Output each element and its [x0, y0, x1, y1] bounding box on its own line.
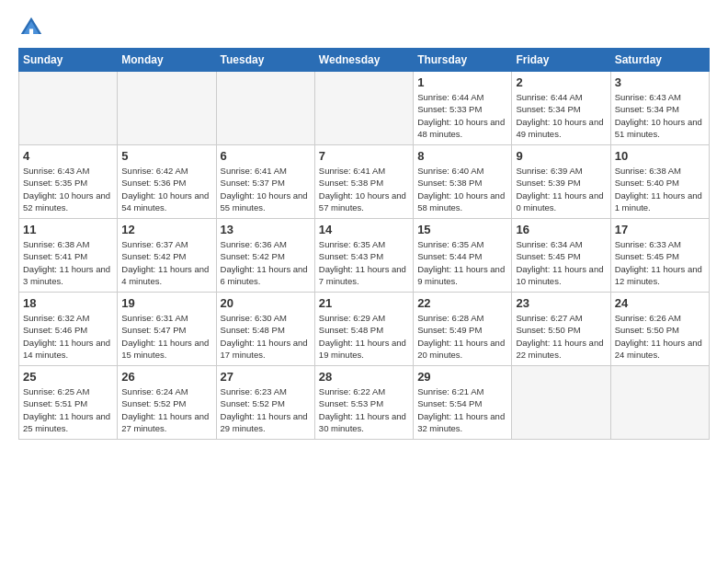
weekday-header-thursday: Thursday: [414, 49, 512, 72]
cell-info: Sunrise: 6:41 AM Sunset: 5:38 PM Dayligh…: [319, 165, 409, 213]
week-row-0: 1Sunrise: 6:44 AM Sunset: 5:33 PM Daylig…: [19, 72, 710, 145]
day-number: 20: [221, 296, 311, 310]
calendar-cell: 5Sunrise: 6:42 AM Sunset: 5:36 PM Daylig…: [118, 145, 216, 219]
weekday-header-wednesday: Wednesday: [314, 49, 413, 72]
day-number: 21: [319, 296, 409, 310]
day-number: 12: [121, 223, 211, 236]
calendar-cell: [512, 366, 610, 440]
calendar-cell: [610, 366, 709, 440]
day-number: 5: [121, 149, 211, 163]
calendar-cell: 8Sunrise: 6:40 AM Sunset: 5:38 PM Daylig…: [414, 145, 512, 219]
cell-info: Sunrise: 6:37 AM Sunset: 5:42 PM Dayligh…: [121, 238, 211, 287]
calendar-cell: 6Sunrise: 6:41 AM Sunset: 5:37 PM Daylig…: [216, 145, 314, 219]
calendar-cell: 11Sunrise: 6:38 AM Sunset: 5:41 PM Dayli…: [19, 219, 118, 293]
cell-info: Sunrise: 6:40 AM Sunset: 5:38 PM Dayligh…: [417, 165, 507, 213]
cell-info: Sunrise: 6:23 AM Sunset: 5:52 PM Dayligh…: [221, 385, 311, 434]
day-number: 19: [121, 296, 211, 310]
cell-info: Sunrise: 6:36 AM Sunset: 5:42 PM Dayligh…: [221, 238, 311, 287]
weekday-header-monday: Monday: [118, 49, 216, 72]
svg-rect-2: [29, 29, 33, 34]
header: [18, 15, 710, 40]
day-number: 17: [615, 223, 705, 236]
cell-info: Sunrise: 6:29 AM Sunset: 5:48 PM Dayligh…: [319, 312, 409, 361]
cell-info: Sunrise: 6:26 AM Sunset: 5:50 PM Dayligh…: [615, 312, 705, 361]
day-number: 28: [319, 370, 409, 384]
cell-info: Sunrise: 6:35 AM Sunset: 5:43 PM Dayligh…: [319, 238, 409, 287]
week-row-4: 25Sunrise: 6:25 AM Sunset: 5:51 PM Dayli…: [19, 366, 710, 440]
calendar-cell: 14Sunrise: 6:35 AM Sunset: 5:43 PM Dayli…: [314, 219, 413, 293]
day-number: 10: [615, 149, 705, 163]
weekday-header-tuesday: Tuesday: [216, 49, 314, 72]
cell-info: Sunrise: 6:32 AM Sunset: 5:46 PM Dayligh…: [23, 312, 113, 361]
day-number: 26: [121, 370, 211, 384]
weekday-header-sunday: Sunday: [19, 49, 118, 72]
day-number: 29: [417, 370, 507, 384]
day-number: 8: [417, 149, 507, 163]
cell-info: Sunrise: 6:39 AM Sunset: 5:39 PM Dayligh…: [516, 165, 606, 213]
logo-icon: [18, 15, 44, 40]
cell-info: Sunrise: 6:27 AM Sunset: 5:50 PM Dayligh…: [516, 312, 606, 361]
calendar-table: SundayMondayTuesdayWednesdayThursdayFrid…: [18, 48, 710, 440]
calendar-cell: 16Sunrise: 6:34 AM Sunset: 5:45 PM Dayli…: [512, 219, 610, 293]
day-number: 6: [221, 149, 311, 163]
calendar-cell: 23Sunrise: 6:27 AM Sunset: 5:50 PM Dayli…: [512, 293, 610, 366]
calendar-cell: 4Sunrise: 6:43 AM Sunset: 5:35 PM Daylig…: [19, 145, 118, 219]
calendar-cell: 12Sunrise: 6:37 AM Sunset: 5:42 PM Dayli…: [118, 219, 216, 293]
calendar-cell: 18Sunrise: 6:32 AM Sunset: 5:46 PM Dayli…: [19, 293, 118, 366]
cell-info: Sunrise: 6:42 AM Sunset: 5:36 PM Dayligh…: [121, 165, 211, 213]
logo: [18, 15, 48, 40]
day-number: 13: [221, 223, 311, 236]
cell-info: Sunrise: 6:33 AM Sunset: 5:45 PM Dayligh…: [615, 238, 705, 287]
calendar-cell: 19Sunrise: 6:31 AM Sunset: 5:47 PM Dayli…: [118, 293, 216, 366]
calendar-cell: [216, 72, 314, 145]
cell-info: Sunrise: 6:43 AM Sunset: 5:35 PM Dayligh…: [23, 165, 113, 213]
day-number: 9: [516, 149, 606, 163]
cell-info: Sunrise: 6:34 AM Sunset: 5:45 PM Dayligh…: [516, 238, 606, 287]
cell-info: Sunrise: 6:44 AM Sunset: 5:34 PM Dayligh…: [516, 91, 606, 140]
weekday-header-friday: Friday: [512, 49, 610, 72]
cell-info: Sunrise: 6:31 AM Sunset: 5:47 PM Dayligh…: [121, 312, 211, 361]
calendar-cell: 26Sunrise: 6:24 AM Sunset: 5:52 PM Dayli…: [118, 366, 216, 440]
day-number: 3: [615, 75, 705, 89]
calendar-cell: 21Sunrise: 6:29 AM Sunset: 5:48 PM Dayli…: [314, 293, 413, 366]
calendar-cell: 15Sunrise: 6:35 AM Sunset: 5:44 PM Dayli…: [414, 219, 512, 293]
cell-info: Sunrise: 6:38 AM Sunset: 5:41 PM Dayligh…: [23, 238, 113, 287]
calendar-cell: 7Sunrise: 6:41 AM Sunset: 5:38 PM Daylig…: [314, 145, 413, 219]
cell-info: Sunrise: 6:38 AM Sunset: 5:40 PM Dayligh…: [615, 165, 705, 213]
calendar-cell: 29Sunrise: 6:21 AM Sunset: 5:54 PM Dayli…: [414, 366, 512, 440]
calendar-cell: 9Sunrise: 6:39 AM Sunset: 5:39 PM Daylig…: [512, 145, 610, 219]
day-number: 14: [319, 223, 409, 236]
calendar-cell: [19, 72, 118, 145]
day-number: 1: [417, 75, 507, 89]
day-number: 11: [23, 223, 113, 236]
day-number: 23: [516, 296, 606, 310]
week-row-3: 18Sunrise: 6:32 AM Sunset: 5:46 PM Dayli…: [19, 293, 710, 366]
cell-info: Sunrise: 6:35 AM Sunset: 5:44 PM Dayligh…: [417, 238, 507, 287]
calendar-cell: [314, 72, 413, 145]
cell-info: Sunrise: 6:44 AM Sunset: 5:33 PM Dayligh…: [417, 91, 507, 140]
calendar-cell: 1Sunrise: 6:44 AM Sunset: 5:33 PM Daylig…: [414, 72, 512, 145]
weekday-header-row: SundayMondayTuesdayWednesdayThursdayFrid…: [19, 49, 710, 72]
day-number: 22: [417, 296, 507, 310]
calendar-cell: 3Sunrise: 6:43 AM Sunset: 5:34 PM Daylig…: [610, 72, 709, 145]
day-number: 7: [319, 149, 409, 163]
day-number: 27: [221, 370, 311, 384]
day-number: 2: [516, 75, 606, 89]
day-number: 4: [23, 149, 113, 163]
day-number: 25: [23, 370, 113, 384]
cell-info: Sunrise: 6:30 AM Sunset: 5:48 PM Dayligh…: [221, 312, 311, 361]
calendar-cell: 24Sunrise: 6:26 AM Sunset: 5:50 PM Dayli…: [610, 293, 709, 366]
calendar-cell: [118, 72, 216, 145]
day-number: 16: [516, 223, 606, 236]
day-number: 24: [615, 296, 705, 310]
cell-info: Sunrise: 6:43 AM Sunset: 5:34 PM Dayligh…: [615, 91, 705, 140]
cell-info: Sunrise: 6:21 AM Sunset: 5:54 PM Dayligh…: [417, 385, 507, 434]
week-row-1: 4Sunrise: 6:43 AM Sunset: 5:35 PM Daylig…: [19, 145, 710, 219]
cell-info: Sunrise: 6:41 AM Sunset: 5:37 PM Dayligh…: [221, 165, 311, 213]
cell-info: Sunrise: 6:24 AM Sunset: 5:52 PM Dayligh…: [121, 385, 211, 434]
cell-info: Sunrise: 6:28 AM Sunset: 5:49 PM Dayligh…: [417, 312, 507, 361]
calendar-cell: 10Sunrise: 6:38 AM Sunset: 5:40 PM Dayli…: [610, 145, 709, 219]
cell-info: Sunrise: 6:22 AM Sunset: 5:53 PM Dayligh…: [319, 385, 409, 434]
day-number: 18: [23, 296, 113, 310]
calendar-cell: 13Sunrise: 6:36 AM Sunset: 5:42 PM Dayli…: [216, 219, 314, 293]
